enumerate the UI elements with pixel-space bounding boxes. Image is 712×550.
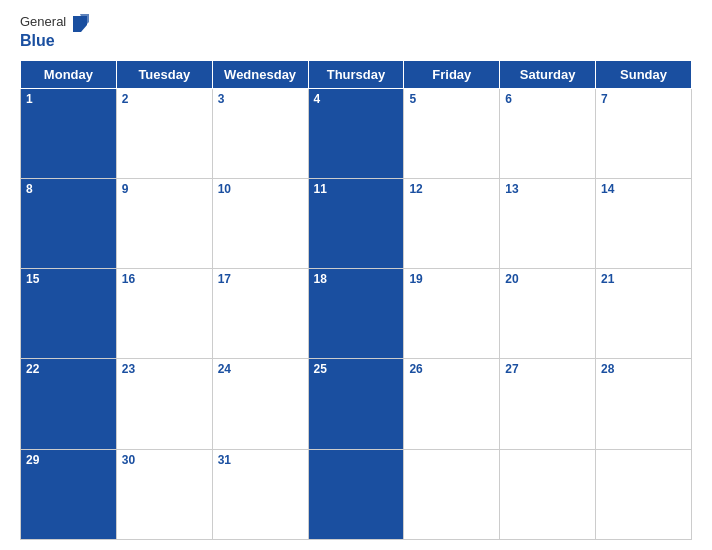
day-number: 9 — [122, 182, 129, 196]
calendar-day-empty — [308, 449, 404, 539]
calendar-day-13: 13 — [500, 178, 596, 268]
weekday-thursday: Thursday — [308, 60, 404, 88]
weekday-header-row: MondayTuesdayWednesdayThursdayFridaySatu… — [21, 60, 692, 88]
day-number: 21 — [601, 272, 614, 286]
day-number: 13 — [505, 182, 518, 196]
logo-bird-icon — [71, 14, 89, 32]
calendar-day-19: 19 — [404, 269, 500, 359]
calendar-day-15: 15 — [21, 269, 117, 359]
calendar-day-4: 4 — [308, 88, 404, 178]
day-number: 24 — [218, 362, 231, 376]
calendar-day-14: 14 — [596, 178, 692, 268]
week-row-2: 891011121314 — [21, 178, 692, 268]
calendar-day-30: 30 — [116, 449, 212, 539]
calendar-day-11: 11 — [308, 178, 404, 268]
day-number: 14 — [601, 182, 614, 196]
weekday-tuesday: Tuesday — [116, 60, 212, 88]
calendar-day-16: 16 — [116, 269, 212, 359]
weekday-friday: Friday — [404, 60, 500, 88]
calendar-day-10: 10 — [212, 178, 308, 268]
calendar-day-25: 25 — [308, 359, 404, 449]
day-number: 28 — [601, 362, 614, 376]
calendar-day-22: 22 — [21, 359, 117, 449]
week-row-1: 1234567 — [21, 88, 692, 178]
calendar-day-26: 26 — [404, 359, 500, 449]
calendar-day-18: 18 — [308, 269, 404, 359]
calendar-day-empty — [500, 449, 596, 539]
day-number: 8 — [26, 182, 33, 196]
calendar-day-29: 29 — [21, 449, 117, 539]
day-number: 7 — [601, 92, 608, 106]
day-number: 23 — [122, 362, 135, 376]
weekday-monday: Monday — [21, 60, 117, 88]
calendar-day-7: 7 — [596, 88, 692, 178]
day-number: 31 — [218, 453, 231, 467]
calendar-day-5: 5 — [404, 88, 500, 178]
calendar-day-28: 28 — [596, 359, 692, 449]
day-number: 19 — [409, 272, 422, 286]
day-number: 18 — [314, 272, 327, 286]
day-number: 4 — [314, 92, 321, 106]
day-number: 30 — [122, 453, 135, 467]
day-number: 12 — [409, 182, 422, 196]
calendar-day-27: 27 — [500, 359, 596, 449]
calendar-day-23: 23 — [116, 359, 212, 449]
calendar-day-9: 9 — [116, 178, 212, 268]
calendar-day-empty — [404, 449, 500, 539]
calendar-day-12: 12 — [404, 178, 500, 268]
calendar-day-17: 17 — [212, 269, 308, 359]
day-number: 25 — [314, 362, 327, 376]
calendar-day-1: 1 — [21, 88, 117, 178]
week-row-4: 22232425262728 — [21, 359, 692, 449]
week-row-3: 15161718192021 — [21, 269, 692, 359]
calendar-day-3: 3 — [212, 88, 308, 178]
day-number: 26 — [409, 362, 422, 376]
calendar-day-empty — [596, 449, 692, 539]
day-number: 11 — [314, 182, 327, 196]
calendar-day-20: 20 — [500, 269, 596, 359]
day-number: 27 — [505, 362, 518, 376]
weekday-sunday: Sunday — [596, 60, 692, 88]
calendar-day-24: 24 — [212, 359, 308, 449]
calendar-header: General Blue — [20, 10, 692, 54]
week-row-5: 293031 — [21, 449, 692, 539]
calendar-day-2: 2 — [116, 88, 212, 178]
weekday-wednesday: Wednesday — [212, 60, 308, 88]
logo: General Blue — [20, 14, 89, 50]
calendar-table: MondayTuesdayWednesdayThursdayFridaySatu… — [20, 60, 692, 540]
weekday-saturday: Saturday — [500, 60, 596, 88]
day-number: 29 — [26, 453, 39, 467]
logo-general-text: General — [20, 14, 89, 32]
day-number: 15 — [26, 272, 39, 286]
logo-blue-text: Blue — [20, 32, 55, 50]
day-number: 5 — [409, 92, 416, 106]
day-number: 1 — [26, 92, 33, 106]
day-number: 6 — [505, 92, 512, 106]
calendar-day-31: 31 — [212, 449, 308, 539]
day-number: 16 — [122, 272, 135, 286]
day-number: 17 — [218, 272, 231, 286]
calendar-day-6: 6 — [500, 88, 596, 178]
day-number: 3 — [218, 92, 225, 106]
day-number: 20 — [505, 272, 518, 286]
day-number: 22 — [26, 362, 39, 376]
day-number: 2 — [122, 92, 129, 106]
calendar-day-21: 21 — [596, 269, 692, 359]
calendar-day-8: 8 — [21, 178, 117, 268]
day-number: 10 — [218, 182, 231, 196]
